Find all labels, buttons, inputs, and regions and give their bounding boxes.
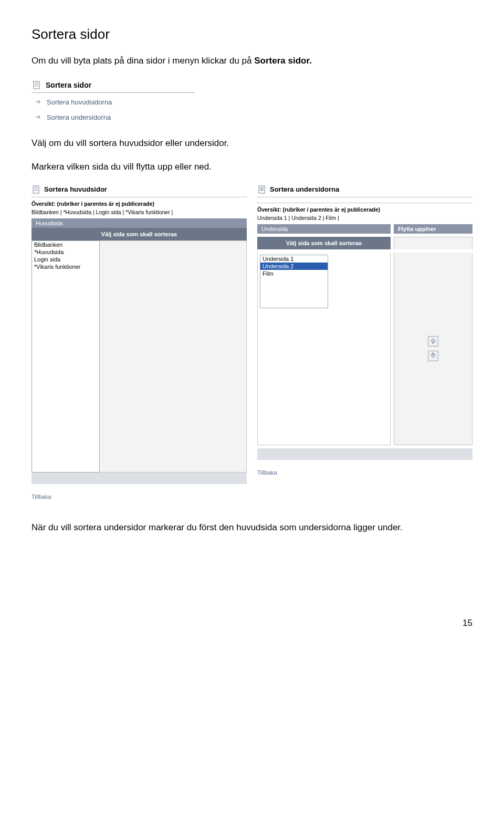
- panel1-row-1[interactable]: Sortera huvudsidorna: [32, 93, 195, 108]
- svg-rect-0: [34, 81, 39, 89]
- rightpanel-right-cell: [394, 253, 472, 445]
- list-item[interactable]: Film: [260, 270, 328, 277]
- rightpanel-subheader: Välj sida som skall sorteras: [257, 237, 391, 249]
- link-sortera-undersidorna[interactable]: Sortera undersidorna: [47, 113, 111, 121]
- leftpanel-footer-bar: [32, 473, 247, 484]
- list-item[interactable]: *Huvudsida: [32, 248, 99, 256]
- panel1-row-2[interactable]: Sortera undersidorna: [32, 108, 195, 123]
- panel1-title: Sortera sidor: [46, 81, 91, 89]
- sortera-sidor-panel: Sortera sidor Sortera huvudsidorna Sorte…: [32, 78, 195, 124]
- intro-bold: Sortera sidor.: [254, 56, 312, 66]
- document-icon: [33, 185, 40, 194]
- list-item-selected[interactable]: Undersida 2: [260, 263, 328, 270]
- dotted-divider: [257, 201, 472, 203]
- leftpanel-subheader: Välj sida som skall sorteras: [32, 228, 247, 240]
- leftpanel-listbox[interactable]: Bildbanken *Huvudsida Login sida *Vikari…: [32, 240, 100, 473]
- rightpanel-listbox[interactable]: Undersida 1 Undersida 2 Film: [260, 255, 328, 308]
- arrow-down-icon: [430, 352, 436, 360]
- list-item[interactable]: Undersida 1: [260, 255, 328, 263]
- rightpanel-overview-label: Översikt: (rubriker i parentes är ej pub…: [257, 206, 472, 213]
- rightpanel-bar-right: Flytta upp/ner: [394, 224, 472, 234]
- rightpanel-header: Sortera undersidorna: [257, 184, 472, 197]
- link-sortera-huvudsidorna[interactable]: Sortera huvudsidorna: [47, 98, 112, 106]
- intro-text: Om du vill byta plats på dina sidor i me…: [32, 56, 254, 66]
- leftpanel-right-area: [100, 240, 247, 473]
- list-item[interactable]: *Vikaris funktioner: [32, 263, 99, 270]
- panels-container: Sortera huvudsidor Översikt: (rubriker i…: [32, 184, 472, 500]
- leftpanel-section-bar: Huvudsida: [32, 218, 247, 228]
- rightpanel-overview-items: Undersida 1 | Undersida 2 | Film |: [257, 215, 472, 221]
- arrow-right-icon: [35, 114, 41, 120]
- document-lines-icon: [258, 185, 266, 194]
- svg-rect-4: [33, 186, 39, 193]
- rightpanel-bar-left: Undersida: [257, 224, 391, 234]
- mid-paragraph-1: Välj om du vill sortera huvudsidor eller…: [32, 137, 472, 150]
- document-icon: [33, 81, 40, 89]
- panel1-header: Sortera sidor: [32, 79, 195, 93]
- leftpanel-overview-label: Översikt: (rubriker i parentes är ej pub…: [32, 201, 247, 207]
- mid-paragraph-2: Markera vilken sida du vill flytta upp e…: [32, 160, 472, 174]
- leftpanel-body: Bildbanken *Huvudsida Login sida *Vikari…: [32, 240, 247, 473]
- rightpanel-back-link[interactable]: Tillbaka: [257, 469, 277, 476]
- list-item[interactable]: Bildbanken: [32, 241, 99, 248]
- move-up-button[interactable]: [428, 336, 438, 347]
- rightpanel-spacer: [394, 237, 472, 249]
- rightpanel-grid: Undersida Flytta upp/ner Välj sida som s…: [257, 224, 472, 460]
- closing-paragraph: När du vill sortera undersidor markerar …: [32, 521, 472, 534]
- arrow-up-icon: [430, 338, 436, 345]
- page-heading: Sortera sidor: [32, 26, 472, 43]
- intro-paragraph: Om du vill byta plats på dina sidor i me…: [32, 54, 472, 68]
- page-number: 15: [32, 618, 472, 628]
- leftpanel-title: Sortera huvudsidor: [44, 185, 107, 193]
- leftpanel-overview-items: Bildbanken | *Huvudsida | Login sida | *…: [32, 209, 247, 215]
- sortera-huvudsidor-panel: Sortera huvudsidor Översikt: (rubriker i…: [32, 184, 247, 500]
- rightpanel-title: Sortera undersidorna: [270, 185, 339, 193]
- leftpanel-back-link[interactable]: Tillbaka: [32, 494, 51, 500]
- rightpanel-footer-bar: [257, 448, 472, 460]
- leftpanel-header: Sortera huvudsidor: [32, 184, 247, 197]
- rightpanel-left-cell: Undersida 1 Undersida 2 Film: [257, 253, 391, 445]
- sortera-undersidorna-panel: Sortera undersidorna Översikt: (rubriker…: [257, 184, 472, 500]
- list-item[interactable]: Login sida: [32, 256, 99, 263]
- move-down-button[interactable]: [428, 351, 438, 361]
- arrow-right-icon: [35, 99, 41, 104]
